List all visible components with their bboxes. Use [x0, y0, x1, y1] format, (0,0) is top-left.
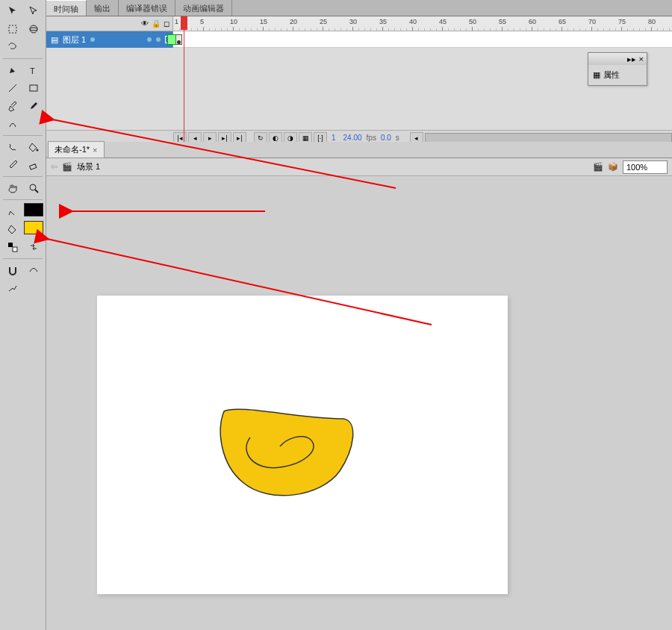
layer-column-header: 👁 🔒 ◻	[46, 16, 173, 31]
hand-tool[interactable]	[3, 180, 22, 196]
scene-name: 场景 1	[77, 161, 100, 172]
layer-pencil-icon	[90, 37, 95, 42]
frame-selection-rect	[167, 34, 176, 45]
back-icon[interactable]: ⇦	[51, 162, 57, 172]
bone-tool[interactable]	[3, 139, 22, 155]
svg-point-6	[36, 149, 38, 152]
free-transform-tool[interactable]	[3, 21, 22, 37]
layer-lock-dot[interactable]	[156, 37, 161, 42]
tab-output[interactable]: 输出	[87, 0, 119, 16]
svg-point-2	[30, 28, 37, 31]
tab-anim-editor[interactable]: 动画编辑器	[175, 0, 232, 16]
svg-rect-5	[30, 85, 37, 91]
default-colors-button[interactable]	[3, 239, 22, 255]
svg-text:T: T	[30, 66, 35, 75]
swap-colors-button[interactable]	[24, 239, 43, 255]
current-frame-value: 1	[329, 134, 339, 142]
fill-color-swatch[interactable]	[24, 221, 43, 234]
scene-bar: ⇦ 🎬 场景 1 🎬 📦	[46, 158, 672, 176]
properties-panel[interactable]: ▸▸ × ▦ 属性	[588, 52, 647, 86]
visibility-icon[interactable]: 👁	[141, 19, 149, 28]
toolbox-panel: T	[0, 0, 46, 630]
selection-tool[interactable]	[3, 3, 22, 19]
drawn-shape[interactable]	[209, 393, 373, 512]
stage-area[interactable]	[46, 176, 672, 630]
panel-header[interactable]: ▸▸ ×	[588, 53, 647, 65]
3d-rotation-tool[interactable]	[24, 21, 43, 37]
timeline-tabs: 时间轴 输出 编译器错误 动画编辑器	[46, 0, 672, 16]
edit-scene-icon[interactable]: 🎬	[593, 162, 603, 172]
layer-vis-dot[interactable]	[147, 37, 152, 42]
fill-color-picker[interactable]	[3, 221, 22, 237]
layer-frames-track[interactable]	[173, 31, 672, 48]
layer-name: 图层 1	[63, 34, 86, 46]
time-value: 0.0	[378, 134, 394, 142]
stroke-color-picker[interactable]	[3, 203, 22, 219]
svg-line-9	[35, 190, 38, 193]
tab-compiler-errors[interactable]: 编译器错误	[119, 0, 175, 16]
document-tabs: 未命名-1* ×	[46, 142, 672, 158]
straighten-option[interactable]	[3, 280, 22, 296]
rectangle-tool[interactable]	[24, 80, 43, 96]
svg-point-1	[30, 25, 37, 33]
scene-icon: 🎬	[62, 162, 72, 172]
smooth-option[interactable]	[24, 262, 43, 278]
line-tool[interactable]	[3, 80, 22, 96]
frame-ruler[interactable]: 15101520253035404550556065707580	[173, 16, 672, 31]
text-tool[interactable]: T	[24, 62, 43, 78]
svg-rect-7	[29, 164, 36, 169]
eraser-tool[interactable]	[24, 157, 43, 173]
svg-point-8	[30, 184, 36, 190]
zoom-tool[interactable]	[24, 180, 43, 196]
stage-canvas[interactable]	[97, 296, 508, 594]
time-unit: s	[396, 134, 399, 142]
svg-rect-11	[13, 247, 17, 252]
tab-timeline[interactable]: 时间轴	[46, 0, 87, 16]
lasso-tool[interactable]	[3, 39, 22, 55]
close-icon[interactable]: ×	[639, 54, 644, 63]
pen-tool[interactable]	[3, 62, 22, 78]
brush-tool[interactable]	[24, 98, 43, 114]
snap-option[interactable]	[3, 262, 22, 278]
outline-icon[interactable]: ◻	[164, 19, 169, 28]
document-tab[interactable]: 未命名-1* ×	[48, 141, 105, 158]
deco-tool[interactable]	[3, 116, 22, 132]
eyedropper-tool[interactable]	[3, 157, 22, 173]
lock-icon[interactable]: 🔒	[152, 19, 161, 28]
timeline-panel: 👁 🔒 ◻ 15101520253035404550556065707580 ▤…	[46, 16, 672, 142]
stroke-color-swatch[interactable]	[24, 203, 43, 216]
document-name: 未命名-1*	[55, 144, 90, 155]
layer-type-icon: ▤	[51, 35, 58, 45]
playhead[interactable]	[181, 16, 187, 30]
properties-title: 属性	[603, 69, 620, 81]
properties-icon: ▦	[593, 70, 600, 80]
timeline-empty-area	[46, 48, 672, 130]
pencil-tool[interactable]	[3, 98, 22, 114]
close-tab-icon[interactable]: ×	[93, 146, 97, 155]
subselection-tool[interactable]	[24, 3, 43, 19]
fps-value: 24.00	[340, 134, 365, 142]
svg-line-4	[9, 84, 16, 92]
edit-symbols-icon[interactable]: 📦	[608, 162, 618, 172]
fps-unit: fps	[367, 134, 376, 142]
svg-rect-0	[9, 25, 16, 33]
layer-row-selected[interactable]: ▤ 图层 1	[46, 31, 173, 48]
paint-bucket-tool[interactable]	[24, 139, 43, 155]
svg-rect-10	[8, 243, 13, 247]
zoom-input[interactable]	[623, 160, 668, 174]
collapse-icon[interactable]: ▸▸	[627, 54, 636, 64]
